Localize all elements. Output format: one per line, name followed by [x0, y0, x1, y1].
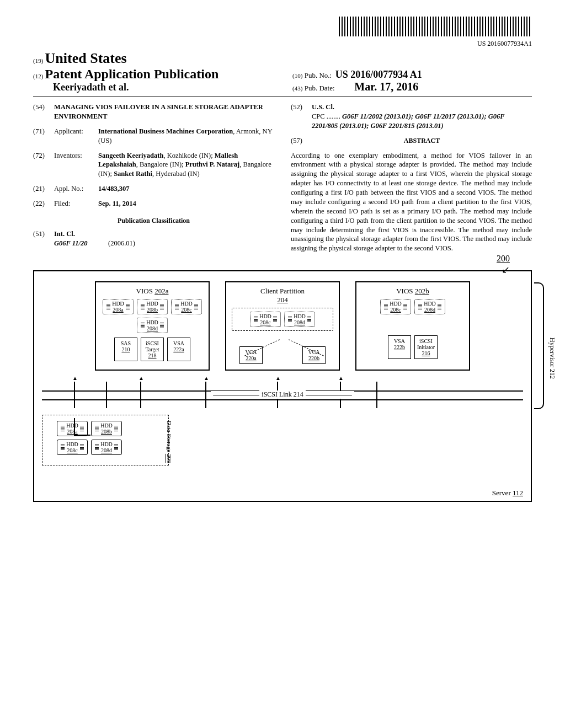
- disk-icon: [95, 445, 99, 450]
- abstract-label: ABSTRACT: [404, 137, 440, 144]
- storage-ref: 206: [166, 454, 173, 463]
- hdd-208d: HDD208d: [137, 318, 168, 333]
- authors: Keeriyadath et al.: [53, 82, 282, 93]
- sas-ref: 210: [122, 346, 130, 352]
- inv3: Pruthvi P. Nataraj: [185, 160, 240, 168]
- disk-icon: [61, 445, 65, 450]
- applno: 14/483,307: [98, 185, 130, 192]
- bibliographic-data: (54) MANAGING VIOS FAILOVER IN A SINGLE …: [33, 103, 532, 254]
- filed: Sep. 11, 2014: [98, 200, 136, 207]
- disk-icon: [141, 323, 145, 328]
- pub-type: Patent Application Publication: [45, 67, 219, 81]
- disk-icon: [273, 317, 277, 322]
- ref-208c: 208c: [181, 307, 191, 313]
- code-10: (10): [292, 72, 302, 79]
- iscsi-initiator-box: iSCSIInitiator216: [414, 335, 438, 359]
- barcode-block: US 20160077934A1: [33, 17, 532, 48]
- iscsi-link-label: ———————iSCSI Link 214———————: [211, 391, 354, 399]
- ref-208b: 208b: [147, 307, 158, 313]
- vios-a-box: VIOS 202a HDD208a HDD208b HDD208c HDD208…: [95, 281, 210, 371]
- server-box: Hypervisor 212 VIOS 202a HDD208a HDD208b…: [33, 270, 532, 502]
- disk-icon: [194, 304, 198, 309]
- vios-b-title: VIOS 202b: [396, 287, 429, 295]
- ref-208d-b: 208d: [424, 307, 435, 313]
- code-57: (57): [291, 136, 312, 146]
- vsa-label: VSA: [173, 340, 184, 346]
- code-72: (72): [33, 151, 54, 179]
- ref-208c-c: 208c: [260, 319, 270, 325]
- ref-208d: 208d: [147, 325, 158, 331]
- vios-b-box: VIOS 202b HDD208c HDD208d VSA222b iSCSII…: [355, 281, 470, 371]
- disk-icon: [288, 317, 292, 322]
- hdd-client-208c: HDD208c: [250, 312, 281, 327]
- vca-b-ref: 220b: [308, 355, 319, 361]
- header: (19) United States (12) Patent Applicati…: [33, 50, 532, 97]
- client-ref: 204: [277, 296, 288, 304]
- ref-208a: 208a: [113, 307, 123, 313]
- inv1-loc: , Kozhikode (IN);: [163, 152, 212, 159]
- inventors-label: Inventors:: [54, 151, 98, 179]
- figure: 200 ↙ Hypervisor 212 VIOS 202a HDD208a H…: [33, 270, 532, 502]
- country: United States: [45, 50, 127, 66]
- title: MANAGING VIOS FAILOVER IN A SINGLE STORA…: [54, 103, 263, 120]
- abstract-text: According to one exemplary embodiment, a…: [291, 151, 532, 254]
- intcl-date: (2006.01): [108, 239, 135, 247]
- ref-208c-b: 208c: [390, 307, 401, 313]
- phys-hdd-208a: HDD208a: [57, 421, 88, 436]
- sas-label: SAS: [121, 340, 131, 346]
- ref-208d-c: 208d: [294, 319, 305, 325]
- hdd-208b: HDD208b: [137, 299, 168, 314]
- inv4: Sanket Rathi: [114, 170, 152, 178]
- code-52: (52): [291, 103, 312, 131]
- vsa-b-label: VSA: [394, 338, 405, 344]
- client-partition-box: Client Partition204 HDD208c HDD208d VCA2…: [225, 281, 340, 371]
- code-51: (51): [33, 229, 54, 248]
- disk-icon: [160, 304, 164, 309]
- vios-a-title: VIOS 202a: [136, 287, 169, 295]
- iscsi-t-ref: 218: [148, 352, 157, 358]
- hdd-client-208d: HDD208d: [284, 312, 315, 327]
- disk-icon: [254, 317, 258, 322]
- code-71: (71): [33, 127, 54, 146]
- pub-date: Mar. 17, 2016: [354, 81, 418, 93]
- pub-no: US 2016/0077934 A1: [335, 69, 422, 80]
- brace-icon: [534, 282, 544, 409]
- disk-icon: [106, 304, 110, 309]
- inv1: Sangeeth Keeriyadath: [98, 152, 163, 159]
- hypervisor-label: Hypervisor 212: [548, 338, 556, 379]
- disk-icon: [141, 304, 145, 309]
- vca-a-ref: 220a: [246, 355, 256, 361]
- intcl: G06F 11/20: [54, 239, 88, 247]
- applicant: International Business Machines Corporat…: [98, 127, 233, 135]
- disk-icon: [126, 304, 130, 309]
- sas-box: SAS210: [114, 338, 137, 361]
- pub-no-label: Pub. No.:: [305, 71, 332, 79]
- code-21: (21): [33, 184, 54, 194]
- vsa-a-ref: 222a: [173, 346, 184, 352]
- phys-ref-208a: 208a: [67, 429, 77, 435]
- code-12: (12): [33, 73, 43, 79]
- cpc: G06F 11/2002 (2013.01); G06F 11/2017 (20…: [312, 113, 504, 130]
- phys-ref-208d: 208d: [101, 447, 112, 453]
- disk-icon: [403, 304, 407, 309]
- disk-icon: [114, 445, 118, 450]
- phys-hdd-208b: HDD208b: [91, 421, 122, 436]
- pub-class-heading: Publication Classification: [33, 216, 274, 225]
- applicant-label: Applicant:: [54, 127, 98, 146]
- disk-icon: [61, 426, 65, 431]
- iscsi-target-box: iSCSITarget218: [141, 338, 164, 361]
- uscl-label: U.S. Cl.: [312, 103, 334, 111]
- code-19: (19): [33, 57, 43, 64]
- hdd-b-208c: HDD208c: [380, 299, 411, 314]
- storage-label: Data Storage: [166, 421, 173, 452]
- fig-ref-200: 200: [497, 254, 510, 264]
- applno-label: Appl. No.:: [54, 184, 98, 194]
- hdd-b-208d: HDD208d: [414, 299, 445, 314]
- code-54: (54): [33, 103, 54, 121]
- iscsi-link-text: iSCSI Link 214: [259, 390, 305, 398]
- filed-label: Filed:: [54, 199, 98, 208]
- disk-icon: [80, 445, 84, 450]
- vsa-b-box: VSA222b: [388, 335, 411, 359]
- disk-icon: [80, 426, 84, 431]
- disk-icon: [160, 323, 164, 328]
